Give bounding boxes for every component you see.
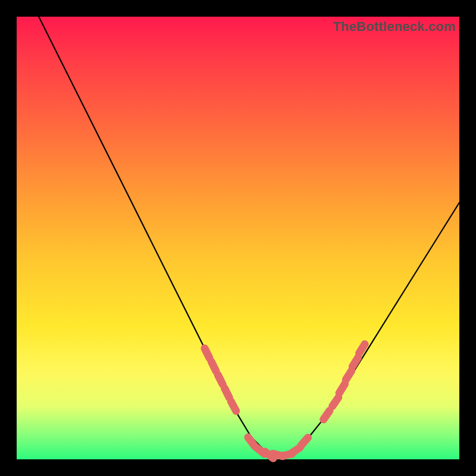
marker-capsule [224, 388, 229, 397]
marker-capsule [324, 411, 330, 419]
chart-svg [17, 17, 459, 459]
bottleneck-curve [39, 17, 459, 455]
marker-capsule [333, 397, 339, 406]
marker-group [205, 344, 365, 458]
marker-capsule [359, 344, 365, 353]
marker-capsule [301, 438, 308, 446]
marker-capsule [205, 348, 209, 358]
marker-capsule [352, 358, 358, 367]
marker-capsule [211, 362, 216, 371]
marker-capsule [346, 371, 352, 380]
marker-capsule [339, 384, 345, 393]
marker-capsule [231, 402, 236, 411]
plot-area: TheBottleneck.com [17, 17, 459, 459]
chart-frame: TheBottleneck.com [0, 0, 476, 476]
marker-capsule [218, 375, 223, 384]
